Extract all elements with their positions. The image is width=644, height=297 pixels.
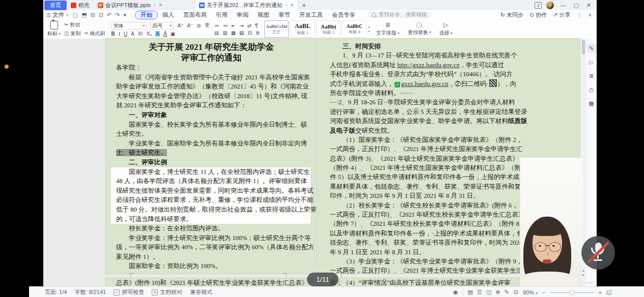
style-heading1[interactable]: AaBL 标题 1 — [290, 20, 315, 38]
new-tab-button[interactable]: + — [302, 2, 306, 9]
tab-home[interactable]: 首页 — [44, 1, 67, 10]
style-heading2[interactable]: AaBb( 标题 2 — [316, 20, 341, 38]
side-tool-icon[interactable]: ◷ — [587, 85, 596, 94]
select-button[interactable]: ▷ 选择▾ — [435, 19, 457, 39]
copy-button[interactable]: ◫ 复制 — [64, 30, 80, 37]
paragraph-tool[interactable]: ≔ — [214, 23, 219, 28]
alignment-tool[interactable]: ≣ — [256, 30, 260, 36]
tab-close-icon[interactable]: ✕ — [158, 3, 162, 8]
zoom-slider-knob[interactable] — [570, 290, 575, 295]
fit-page-icon[interactable]: ⊡ — [514, 289, 518, 295]
document-proofing-button[interactable]: A 文档校对 — [152, 288, 182, 296]
quick-tool-icon[interactable]: ▾ — [124, 12, 127, 18]
tab-docer[interactable]: 稻壳 — [67, 1, 94, 10]
alignment-tool[interactable]: ▤ — [214, 30, 219, 36]
view-mode-icon[interactable]: ✎ — [505, 289, 509, 295]
gallery-down-icon[interactable]: ▾ — [368, 29, 370, 34]
tab-ppt-file[interactable]: P 会议PPT模板.pptx ▫ ✕ — [94, 1, 166, 10]
superscript-button[interactable]: X² — [138, 31, 143, 37]
side-tool-icon[interactable]: ✎ — [587, 44, 596, 53]
microphone-muted-button[interactable] — [581, 236, 615, 270]
tab-close-icon[interactable]: ✕ — [290, 3, 294, 8]
ribbon-tab[interactable]: 会员专享 — [327, 11, 360, 19]
window-count-badge[interactable]: 2 — [535, 2, 542, 9]
document-workspace[interactable]: 关于开展 2021 年研究生奖助学金评审工作的通知各学院： 根据《河南省学生资助… — [43, 39, 580, 286]
bold-button[interactable]: B — [111, 31, 115, 37]
ribbon-tab[interactable]: 视图 — [253, 11, 274, 19]
italic-button[interactable]: I — [119, 31, 120, 37]
paragraph-tool[interactable]: ⇄ — [247, 23, 251, 28]
ribbon-tab[interactable]: 开发工具 — [295, 11, 327, 19]
word-count[interactable]: 字数: 8/2141 — [74, 288, 106, 296]
sync-status[interactable]: ↻ 未同步 — [500, 11, 523, 19]
find-replace-button[interactable]: 查找替换▾ — [404, 19, 435, 39]
quick-tool-icon[interactable]: ⊡ — [99, 12, 103, 18]
minimize-button[interactable]: — — [558, 2, 567, 8]
webcam-video[interactable] — [520, 158, 582, 286]
paragraph-tool[interactable]: ¶ — [255, 23, 258, 28]
subscript-button[interactable]: X₂ — [147, 31, 152, 37]
style-heading3[interactable]: AaBbC 标题 3 — [342, 20, 367, 38]
paste-button[interactable]: 粘贴▾ — [45, 21, 63, 37]
alignment-tool[interactable]: ▥ — [222, 30, 227, 36]
document-page-3[interactable]: 总表》(附件 10)和《2021 年硕士研究生学业奖学金获奖学生汇总表》 — [106, 278, 315, 286]
paragraph-tool[interactable]: ⇤ — [232, 23, 236, 28]
share-button[interactable]: ↗ 分享 — [553, 11, 570, 19]
zoom-in-button[interactable]: + — [599, 289, 602, 295]
view-mode-icon[interactable]: ▤ — [468, 289, 473, 295]
quick-tool-icon[interactable]: ↶ — [107, 12, 111, 18]
font-size-tool[interactable]: A⁻ — [187, 23, 193, 28]
scrollbar-thumb[interactable] — [582, 40, 585, 55]
quick-tool-icon[interactable]: ⬒ — [81, 12, 87, 18]
style-normal[interactable]: AaBbCcDd 正文 — [264, 20, 289, 38]
text-layout-button[interactable]: ≣ 文字排版▾ — [372, 19, 404, 39]
hyperlink[interactable]: http://gxzz.haedu.gov.cn — [397, 62, 459, 69]
tab-pin-icon[interactable]: ▫ — [286, 3, 287, 8]
collaborate-button[interactable]: ⊙ 协作 — [529, 11, 547, 19]
font-size-tool[interactable]: 变 — [205, 22, 210, 29]
file-menu[interactable]: ☰ 文件 ∨ — [43, 11, 73, 19]
tab-doc-file[interactable]: W 关于开展202...评审工作的通知 ▫ ✕ — [195, 0, 298, 11]
compatibility-mode-label[interactable]: 兼容模式 — [190, 288, 212, 296]
ribbon-tab[interactable]: 引用 — [211, 11, 232, 19]
side-tool-icon[interactable]: ▦ — [587, 99, 596, 108]
side-tool-icon[interactable]: ≣ — [587, 71, 596, 80]
paragraph-tool[interactable]: ≕ — [223, 23, 228, 28]
hyperlink[interactable]: gxzz.haedu.gov.cn — [401, 80, 449, 87]
font-color-button[interactable]: A — [163, 31, 167, 37]
zoom-out-button[interactable]: − — [542, 289, 545, 295]
quick-tool-icon[interactable]: ▢ — [73, 12, 78, 18]
spell-check-toggle[interactable]: ✓ 拼写检查 — [114, 288, 144, 296]
alignment-tool[interactable]: ▧ — [239, 30, 244, 36]
command-search[interactable]: 查找命令、搜索模板 — [367, 11, 432, 18]
ribbon-tab[interactable]: 页面布局 — [179, 11, 211, 19]
zoom-level[interactable]: 90% ▾ — [523, 289, 538, 295]
view-mode-icon[interactable]: ⊕ — [495, 289, 500, 295]
underline-button[interactable]: U — [124, 31, 127, 37]
maximize-button[interactable]: ▢ — [572, 2, 580, 9]
highlight-color-button[interactable]: A — [155, 31, 160, 37]
fullscreen-icon[interactable]: ◱ — [606, 289, 611, 295]
character-border-button[interactable]: ▣ — [171, 31, 175, 37]
tab-pin-icon[interactable]: ▫ — [154, 3, 155, 8]
document-page-1[interactable]: 关于开展 2021 年研究生奖助学金评审工作的通知各学院： 根据《河南省学生资助… — [106, 39, 315, 274]
ribbon-tab[interactable]: 章节 — [274, 11, 295, 19]
zoom-slider[interactable] — [550, 292, 594, 293]
gallery-up-icon[interactable]: ▴ — [368, 25, 370, 29]
more-menu-icon[interactable]: ⋮ — [576, 12, 582, 18]
ribbon-tab[interactable]: 插入 — [158, 11, 179, 19]
quick-tool-icon[interactable]: ↷ — [115, 12, 120, 18]
strikethrough-button[interactable]: A — [131, 31, 134, 37]
side-tool-icon[interactable]: ▷ — [587, 57, 596, 67]
ribbon-tab[interactable]: 审阅 — [232, 11, 253, 19]
view-mode-icon[interactable]: ◫ — [486, 289, 491, 295]
cut-button[interactable]: ✂ 剪切 — [64, 21, 80, 28]
close-button[interactable]: ✕ — [585, 2, 593, 9]
alignment-tool[interactable]: ⊟ — [248, 30, 252, 36]
alignment-tool[interactable]: ▦ — [231, 30, 236, 36]
collapse-ribbon-icon[interactable]: ∧ — [588, 12, 592, 17]
font-size-select[interactable]: 四号▾ — [150, 22, 174, 29]
quick-tool-icon[interactable]: ⊟ — [91, 12, 95, 18]
eye-protect-icon[interactable]: ◉ — [453, 289, 458, 295]
font-size-tool[interactable]: A⁺ — [177, 23, 183, 28]
